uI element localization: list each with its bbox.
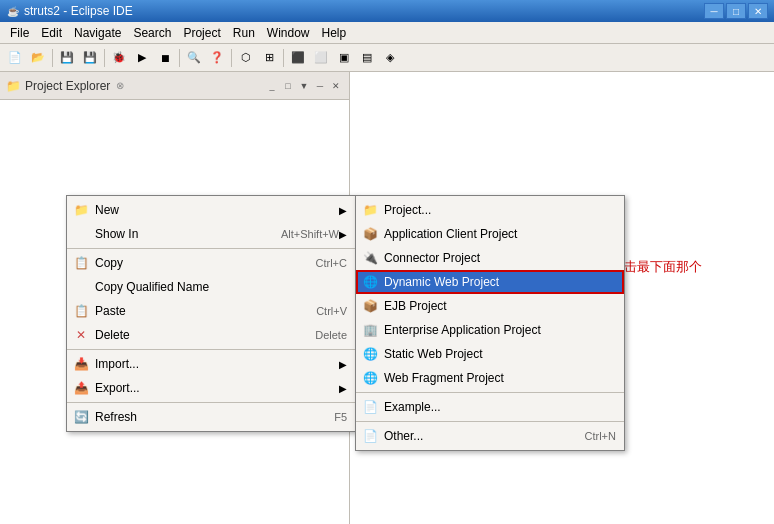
ctx-copy-icon: 📋	[73, 255, 89, 271]
menu-navigate[interactable]: Navigate	[68, 23, 127, 43]
ctx-enterprise-icon: 🏢	[362, 322, 378, 338]
panel-minimize-btn[interactable]: _	[265, 79, 279, 93]
ctx-paste-shortcut: Ctrl+V	[316, 305, 347, 317]
toolbar-perspective[interactable]: ⬡	[235, 47, 257, 69]
ctx-static-web-label: Static Web Project	[384, 347, 616, 361]
toolbar-view[interactable]: ⊞	[258, 47, 280, 69]
panel-tab: 📁 Project Explorer ⊗	[6, 79, 124, 93]
ctx-other[interactable]: 📄 Other... Ctrl+N	[356, 424, 624, 448]
toolbar-sep-4	[231, 49, 232, 67]
ctx2-sep-2	[356, 421, 624, 422]
menu-edit[interactable]: Edit	[35, 23, 68, 43]
ctx-app-client[interactable]: 📦 Application Client Project	[356, 222, 624, 246]
ctx-export-arrow: ▶	[339, 383, 347, 394]
ctx-example[interactable]: 📄 Example...	[356, 395, 624, 419]
ctx-paste[interactable]: 📋 Paste Ctrl+V	[67, 299, 355, 323]
minimize-button[interactable]: ─	[704, 3, 724, 19]
ctx-example-label: Example...	[384, 400, 616, 414]
toolbar-extra-5[interactable]: ◈	[379, 47, 401, 69]
ctx-new-label: New	[95, 203, 339, 217]
toolbar-search[interactable]: 🔍	[183, 47, 205, 69]
ctx-other-label: Other...	[384, 429, 565, 443]
ctx-new[interactable]: 📁 New ▶	[67, 198, 355, 222]
ctx-show-in[interactable]: Show In Alt+Shift+W ▶	[67, 222, 355, 246]
toolbar-sep-2	[104, 49, 105, 67]
panel-tab-label: Project Explorer	[25, 79, 110, 93]
ctx-dynamic-web-icon: 🌐	[362, 274, 378, 290]
ctx-refresh-label: Refresh	[95, 410, 314, 424]
menu-file[interactable]: File	[4, 23, 35, 43]
ctx-copy-qualified-label: Copy Qualified Name	[95, 280, 347, 294]
toolbar-open[interactable]: 📂	[27, 47, 49, 69]
ctx-refresh-icon: 🔄	[73, 409, 89, 425]
ctx-import-icon: 📥	[73, 356, 89, 372]
maximize-button[interactable]: □	[726, 3, 746, 19]
ctx-project[interactable]: 📁 Project...	[356, 198, 624, 222]
toolbar-extra-3[interactable]: ▣	[333, 47, 355, 69]
close-button[interactable]: ✕	[748, 3, 768, 19]
ctx-import[interactable]: 📥 Import... ▶	[67, 352, 355, 376]
toolbar: 📄 📂 💾 💾 🐞 ▶ ⏹ 🔍 ❓ ⬡ ⊞ ⬛ ⬜ ▣ ▤ ◈	[0, 44, 774, 72]
ctx-copy-shortcut: Ctrl+C	[316, 257, 347, 269]
toolbar-save[interactable]: 💾	[56, 47, 78, 69]
ctx-import-arrow: ▶	[339, 359, 347, 370]
ctx-import-label: Import...	[95, 357, 339, 371]
ctx-sep-1	[67, 248, 355, 249]
toolbar-run[interactable]: ▶	[131, 47, 153, 69]
menu-search[interactable]: Search	[127, 23, 177, 43]
menu-bar: File Edit Navigate Search Project Run Wi…	[0, 22, 774, 44]
ctx-web-fragment[interactable]: 🌐 Web Fragment Project	[356, 366, 624, 390]
toolbar-save-all[interactable]: 💾	[79, 47, 101, 69]
ctx2-sep-1	[356, 392, 624, 393]
context-menu-1: 📁 New ▶ Show In Alt+Shift+W ▶ 📋 Copy Ctr…	[66, 195, 356, 432]
panel-close-btn[interactable]: ─	[313, 79, 327, 93]
ctx-export-label: Export...	[95, 381, 339, 395]
ctx-app-client-icon: 📦	[362, 226, 378, 242]
panel-menu-btn[interactable]: ▼	[297, 79, 311, 93]
panel-detach-btn[interactable]: ✕	[329, 79, 343, 93]
ctx-dynamic-web-label: Dynamic Web Project	[384, 275, 616, 289]
panel-controls: _ □ ▼ ─ ✕	[265, 79, 343, 93]
toolbar-help[interactable]: ❓	[206, 47, 228, 69]
ctx-refresh-shortcut: F5	[334, 411, 347, 423]
ctx-delete-shortcut: Delete	[315, 329, 347, 341]
ctx-export[interactable]: 📤 Export... ▶	[67, 376, 355, 400]
ctx-ejb[interactable]: 📦 EJB Project	[356, 294, 624, 318]
ctx-copy-qualified-icon	[73, 279, 89, 295]
toolbar-sep-1	[52, 49, 53, 67]
toolbar-extra-2[interactable]: ⬜	[310, 47, 332, 69]
toolbar-extra-1[interactable]: ⬛	[287, 47, 309, 69]
menu-project[interactable]: Project	[177, 23, 226, 43]
ctx-static-web[interactable]: 🌐 Static Web Project	[356, 342, 624, 366]
ctx-connector-label: Connector Project	[384, 251, 616, 265]
ctx-new-icon: 📁	[73, 202, 89, 218]
ctx-new-arrow: ▶	[339, 205, 347, 216]
ctx-delete-label: Delete	[95, 328, 295, 342]
ctx-app-client-label: Application Client Project	[384, 227, 616, 241]
ctx-sep-2	[67, 349, 355, 350]
menu-help[interactable]: Help	[316, 23, 353, 43]
ctx-web-fragment-icon: 🌐	[362, 370, 378, 386]
ctx-enterprise[interactable]: 🏢 Enterprise Application Project	[356, 318, 624, 342]
ctx-show-in-label: Show In	[95, 227, 261, 241]
ctx-delete[interactable]: ✕ Delete Delete	[67, 323, 355, 347]
panel-tab-icon: 📁	[6, 79, 21, 93]
menu-run[interactable]: Run	[227, 23, 261, 43]
ctx-copy[interactable]: 📋 Copy Ctrl+C	[67, 251, 355, 275]
toolbar-debug[interactable]: 🐞	[108, 47, 130, 69]
toolbar-sep-5	[283, 49, 284, 67]
toolbar-extra-4[interactable]: ▤	[356, 47, 378, 69]
ctx-copy-qualified[interactable]: Copy Qualified Name	[67, 275, 355, 299]
ctx-sep-3	[67, 402, 355, 403]
panel-maximize-btn[interactable]: □	[281, 79, 295, 93]
ctx-show-in-icon	[73, 226, 89, 242]
window-title: struts2 - Eclipse IDE	[24, 4, 704, 18]
ctx-connector[interactable]: 🔌 Connector Project	[356, 246, 624, 270]
context-menu-2: 📁 Project... 📦 Application Client Projec…	[355, 195, 625, 451]
ctx-dynamic-web[interactable]: 🌐 Dynamic Web Project	[356, 270, 624, 294]
ctx-ejb-icon: 📦	[362, 298, 378, 314]
toolbar-stop[interactable]: ⏹	[154, 47, 176, 69]
ctx-refresh[interactable]: 🔄 Refresh F5	[67, 405, 355, 429]
menu-window[interactable]: Window	[261, 23, 316, 43]
toolbar-new[interactable]: 📄	[4, 47, 26, 69]
